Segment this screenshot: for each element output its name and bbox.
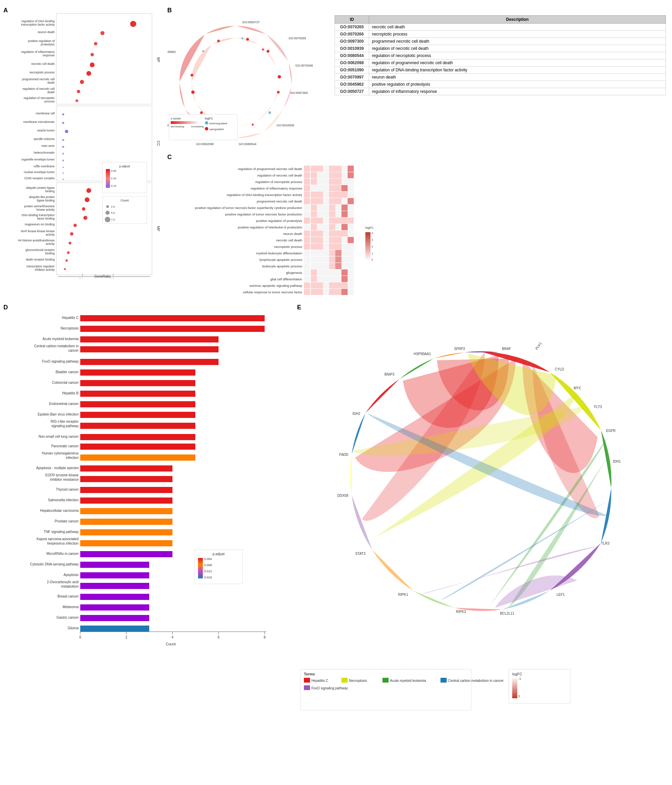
panel-b-table: ID Description GO:0070265necrotic cell d…	[334, 16, 666, 95]
panel-d-barplot: Hepatitis C Necroptosis Acute myeloid le…	[3, 311, 283, 775]
svg-rect-209	[311, 211, 317, 217]
svg-rect-278	[341, 263, 348, 269]
svg-rect-246	[341, 237, 348, 243]
svg-rect-176	[304, 185, 310, 191]
svg-rect-187	[323, 192, 329, 198]
svg-rect-124	[171, 121, 198, 124]
svg-rect-258	[317, 250, 323, 256]
svg-text:activity: activity	[46, 242, 55, 246]
svg-text:logFC: logFC	[205, 117, 213, 120]
svg-point-44	[62, 146, 64, 148]
svg-rect-276	[329, 263, 335, 269]
svg-rect-200	[304, 205, 310, 211]
svg-text:8: 8	[264, 635, 266, 639]
svg-rect-154	[317, 166, 323, 172]
svg-text:HSP90AA1: HSP90AA1	[414, 352, 431, 356]
svg-rect-265	[311, 256, 317, 263]
svg-text:metabolism: metabolism	[61, 585, 78, 588]
svg-point-105	[252, 124, 254, 126]
svg-rect-302	[341, 282, 348, 289]
svg-point-40	[62, 113, 64, 116]
svg-rect-225	[311, 224, 317, 230]
svg-point-70	[82, 207, 85, 211]
svg-rect-344	[80, 434, 195, 440]
svg-rect-305	[311, 289, 317, 295]
svg-text:death: death	[47, 81, 55, 84]
svg-point-102	[278, 75, 281, 78]
svg-rect-218	[317, 217, 323, 224]
svg-rect-235	[323, 230, 329, 237]
svg-rect-376	[80, 583, 149, 589]
svg-rect-351	[80, 465, 172, 472]
svg-text:process: process	[44, 100, 55, 103]
svg-rect-287	[348, 269, 354, 275]
svg-rect-288	[304, 276, 310, 282]
svg-text:MF: MF	[156, 226, 161, 231]
go-table-desc: regulation of DNA-binding transcription …	[369, 67, 666, 74]
svg-text:2-Oxocarboxylic acid: 2-Oxocarboxylic acid	[47, 580, 78, 584]
svg-rect-186	[317, 192, 323, 198]
svg-text:-1: -1	[518, 677, 521, 680]
svg-rect-335	[80, 391, 195, 397]
svg-text:ubiquitin-like protein: ubiquitin-like protein	[29, 195, 55, 199]
go-table-desc: necrotic cell death	[369, 23, 666, 31]
svg-rect-380	[80, 604, 149, 610]
svg-rect-155	[323, 166, 329, 172]
svg-rect-205	[335, 205, 341, 211]
svg-text:0: 0	[518, 694, 520, 698]
table-header-id: ID	[335, 16, 369, 23]
svg-point-100	[267, 50, 269, 53]
svg-point-24	[91, 53, 94, 56]
svg-rect-271	[348, 256, 354, 263]
svg-rect-378	[80, 594, 149, 600]
svg-rect-233	[311, 230, 317, 237]
svg-text:Apoptosis: Apoptosis	[64, 573, 78, 577]
svg-rect-299	[323, 282, 329, 289]
svg-rect-189	[335, 192, 341, 198]
svg-rect-329	[80, 359, 219, 365]
svg-rect-268	[329, 256, 335, 263]
svg-rect-320	[80, 315, 265, 321]
svg-rect-163	[323, 172, 329, 178]
svg-text:FADD: FADD	[339, 453, 348, 457]
svg-point-96	[105, 217, 110, 222]
svg-text:positive regulation of interle: positive regulation of interleukin-8 pro…	[238, 225, 302, 229]
svg-rect-231	[348, 224, 354, 230]
svg-text:2: 2	[125, 635, 127, 639]
svg-rect-244	[329, 237, 335, 243]
svg-point-72	[73, 224, 77, 227]
svg-point-23	[94, 42, 97, 45]
svg-point-107	[200, 111, 203, 114]
svg-text:glucocorticoid receptor: glucocorticoid receptor	[25, 248, 55, 252]
svg-rect-264	[304, 256, 310, 263]
svg-rect-324	[80, 336, 219, 342]
svg-text:Cytosolic DNA-sensing pathway: Cytosolic DNA-sensing pathway	[30, 562, 78, 566]
svg-text:CYLD: CYLD	[555, 367, 564, 371]
svg-text:Breast cancer: Breast cancer	[57, 594, 78, 598]
svg-rect-239	[348, 230, 354, 237]
svg-text:GO:0010939: GO:0010939	[277, 124, 294, 127]
svg-rect-179	[323, 185, 329, 191]
panel-a-dotplot: BP CC MF regulation of DNA-binding trans…	[3, 12, 161, 278]
svg-rect-256	[304, 250, 310, 256]
svg-text:7.5: 7.5	[111, 218, 115, 221]
svg-text:proteolysis: proteolysis	[41, 43, 55, 46]
svg-text:Salmonella infection: Salmonella infection	[48, 498, 79, 502]
svg-text:RIG-I-like receptor: RIG-I-like receptor	[50, 420, 78, 424]
go-table-desc: programmed necrotic cell death	[369, 38, 666, 45]
svg-text:binding: binding	[45, 189, 55, 193]
svg-text:Kaposi sarcoma-associated: Kaposi sarcoma-associated	[36, 537, 78, 541]
go-table-id: GO:0062098	[335, 59, 369, 67]
svg-rect-298	[317, 282, 323, 289]
svg-rect-234	[317, 230, 323, 237]
svg-rect-208	[304, 211, 310, 217]
svg-text:logFC: logFC	[512, 672, 522, 676]
svg-rect-259	[323, 250, 329, 256]
svg-text:0.15: 0.15	[111, 185, 116, 188]
svg-text:RIPK3: RIPK3	[456, 610, 466, 614]
svg-rect-322	[80, 326, 265, 332]
svg-text:Thyroid cancer: Thyroid cancer	[56, 488, 79, 491]
svg-text:0.016: 0.016	[204, 576, 212, 579]
svg-text:kinase activity: kinase activity	[36, 208, 55, 211]
svg-rect-425	[304, 678, 310, 683]
